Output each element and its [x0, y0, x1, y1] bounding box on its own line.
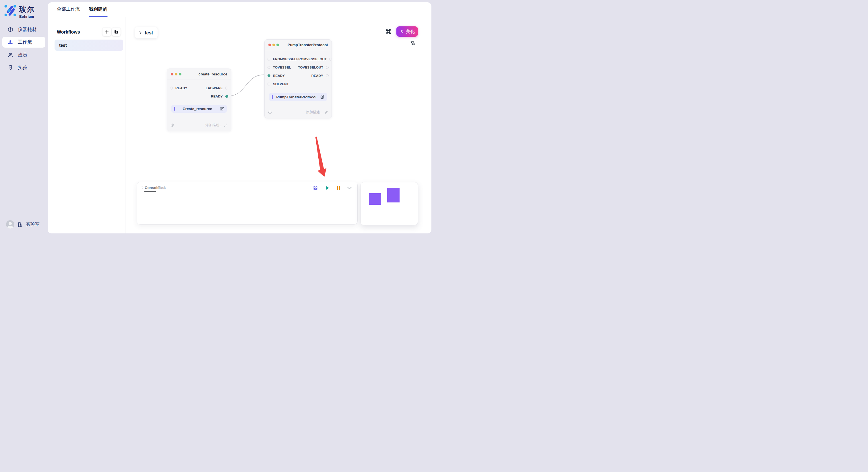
- workflows-panel-title: Workflows: [57, 30, 80, 35]
- breadcrumb-label: test: [145, 30, 153, 36]
- node-function-pill[interactable]: PumpTransferProtocol: [269, 93, 327, 101]
- port-label: FROMVESSELOUT: [296, 57, 327, 61]
- port-circle[interactable]: [268, 58, 270, 61]
- pencil-icon[interactable]: [224, 123, 228, 127]
- port-circle-connected[interactable]: [268, 74, 270, 77]
- tab-created-by-me[interactable]: 我创建的: [89, 6, 107, 12]
- workflow-users-icon: [7, 39, 13, 45]
- red-dot-icon: [268, 43, 271, 46]
- node-header: create_resource: [167, 69, 231, 79]
- sidebar-item-experiments[interactable]: 实验: [2, 62, 45, 73]
- filter-icon[interactable]: [410, 41, 415, 46]
- user-avatar[interactable]: [6, 220, 14, 229]
- port-label: READY: [311, 74, 323, 77]
- bohrium-logo-icon: [4, 5, 17, 19]
- yellow-dot-icon: [272, 43, 275, 46]
- console-panel: Console Task: [136, 182, 358, 225]
- node-title: create_resource: [181, 72, 227, 76]
- input-port-fromvessel[interactable]: FROMVESSEL: [268, 57, 296, 61]
- minimap-node-rect: [369, 193, 381, 205]
- workflow-tabbar: 全部工作流 我创建的: [48, 2, 431, 17]
- port-label: LABWARE: [206, 86, 223, 90]
- sparkles-icon: [400, 29, 404, 34]
- task-tab[interactable]: Task: [158, 186, 166, 190]
- node-create-resource[interactable]: create_resource READY LABWARE READY Crea…: [167, 69, 231, 131]
- node-pump-transfer-protocol[interactable]: PumpTransferProtocol FROMVESSEL FROMVESS…: [265, 39, 332, 119]
- app-name-en: Bohrium: [19, 14, 35, 19]
- output-port-ready[interactable]: READY: [211, 95, 228, 98]
- breadcrumb[interactable]: test: [135, 27, 158, 38]
- tab-all-workflows[interactable]: 全部工作流: [57, 6, 80, 12]
- beautify-label: 美化: [406, 29, 415, 35]
- output-port-ready[interactable]: READY: [311, 74, 329, 77]
- package-icon: [7, 27, 13, 32]
- traffic-light-dots: [171, 73, 181, 75]
- node-function-pill[interactable]: Create_resource: [172, 105, 227, 113]
- test-tube-icon: [7, 65, 13, 71]
- edit-icon[interactable]: [220, 107, 224, 111]
- port-label: SOLVENT: [273, 82, 289, 86]
- workspace-label[interactable]: 实验室: [26, 222, 40, 227]
- add-workflow-button[interactable]: [102, 28, 111, 36]
- port-label: TOVESSELOUT: [298, 66, 323, 69]
- app-logo: 玻尔 Bohrium: [4, 5, 35, 19]
- description-placeholder[interactable]: 添加描述...: [274, 110, 322, 115]
- sidebar-item-members[interactable]: 成员: [2, 49, 45, 61]
- command-icon[interactable]: [385, 28, 392, 35]
- folder-download-icon: [114, 30, 119, 34]
- plus-icon: [104, 30, 109, 34]
- sidebar-item-label: 实验: [18, 65, 27, 71]
- port-circle-connected[interactable]: [225, 95, 228, 98]
- port-circle[interactable]: [326, 74, 329, 77]
- port-label: FROMVESSEL: [273, 57, 296, 61]
- console-expand-icon[interactable]: [141, 186, 144, 189]
- input-port-ready[interactable]: READY: [268, 74, 285, 77]
- sidebar-item-workflows[interactable]: 工作流: [2, 37, 45, 47]
- save-icon[interactable]: [313, 185, 318, 191]
- pause-icon[interactable]: [336, 186, 341, 190]
- import-workflow-button[interactable]: [112, 28, 121, 36]
- beautify-button[interactable]: 美化: [396, 26, 418, 37]
- output-port-labware[interactable]: LABWARE: [206, 86, 228, 90]
- output-port-tovesselout[interactable]: TOVESSELOUT: [298, 66, 329, 69]
- description-placeholder[interactable]: 添加描述...: [176, 123, 222, 128]
- node-title: PumpTransferProtocol: [279, 43, 328, 47]
- pill-label: PumpTransferProtocol: [273, 95, 320, 99]
- input-port-tovessel[interactable]: TOVESSEL: [268, 66, 291, 69]
- node-header: PumpTransferProtocol: [265, 40, 332, 50]
- red-dot-icon: [171, 73, 174, 75]
- console-tab-underline: [144, 191, 156, 192]
- pill-label: Create_resource: [175, 107, 220, 111]
- sidebar: 玻尔 Bohrium 仪器耗材 工作流: [0, 0, 48, 236]
- edit-icon[interactable]: [320, 95, 324, 99]
- port-circle[interactable]: [329, 58, 332, 61]
- console-tab[interactable]: Console: [145, 186, 159, 190]
- sidebar-item-instruments[interactable]: 仪器耗材: [2, 24, 45, 35]
- port-label: TOVESSEL: [273, 66, 291, 69]
- info-icon[interactable]: [170, 123, 174, 127]
- port-circle[interactable]: [170, 87, 173, 90]
- port-circle[interactable]: [326, 66, 329, 69]
- members-icon: [7, 52, 13, 58]
- app-name: 玻尔: [19, 5, 35, 14]
- run-play-icon[interactable]: [324, 185, 330, 191]
- pencil-icon[interactable]: [324, 110, 328, 114]
- port-circle[interactable]: [225, 87, 228, 90]
- minimap-node-rect: [387, 188, 400, 202]
- output-port-fromvesselout[interactable]: FROMVESSELOUT: [296, 57, 332, 61]
- building-icon: [17, 222, 23, 227]
- workflow-list-item-test[interactable]: test: [55, 40, 123, 51]
- green-dot-icon: [276, 43, 279, 46]
- input-port-solvent[interactable]: SOLVENT: [268, 82, 289, 86]
- input-port-ready[interactable]: READY: [170, 86, 187, 90]
- info-icon[interactable]: [268, 110, 272, 114]
- chevron-down-icon[interactable]: [347, 187, 352, 190]
- workflows-panel: Workflows test: [48, 17, 125, 233]
- sidebar-item-label: 工作流: [18, 39, 32, 45]
- sidebar-item-label: 仪器耗材: [18, 26, 37, 33]
- workflow-item-label: test: [59, 43, 67, 47]
- port-circle[interactable]: [268, 66, 270, 69]
- minimap[interactable]: [361, 182, 418, 225]
- chevron-right-icon: [138, 31, 142, 34]
- port-circle[interactable]: [268, 82, 270, 86]
